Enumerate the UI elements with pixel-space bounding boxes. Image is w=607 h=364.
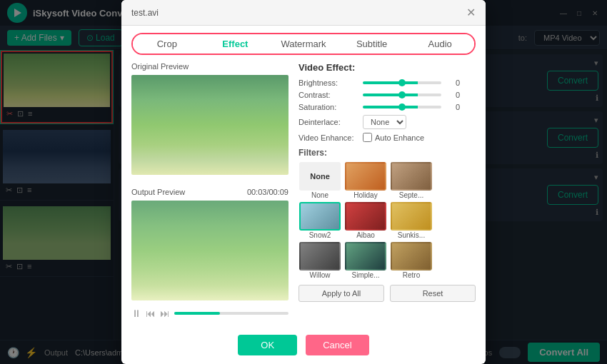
filter-label-aibao: Aibao	[356, 231, 375, 239]
deinterlace-row: Deinterlace: None	[299, 115, 476, 129]
filter-thumb-snow2	[299, 202, 341, 231]
filter-simple[interactable]: Simple...	[344, 242, 387, 279]
enhance-checkbox[interactable]	[363, 133, 372, 142]
play-pause-button[interactable]: ⏸	[131, 308, 141, 319]
filter-label-snow2: Snow2	[309, 231, 331, 239]
original-preview-video	[131, 75, 289, 175]
brightness-slider[interactable]	[363, 81, 441, 84]
filter-septe[interactable]: Septe...	[390, 162, 433, 199]
filter-none[interactable]: None None	[299, 162, 341, 199]
deinterlace-select[interactable]: None	[363, 115, 406, 129]
filter-grid: None None Holiday Septe... Snow2	[299, 162, 476, 279]
dialog-filename: test.avi	[131, 8, 159, 18]
filter-aibao[interactable]: Aibao	[344, 202, 387, 239]
output-video-content	[131, 201, 289, 300]
contrast-label: Contrast:	[299, 91, 363, 99]
filter-willow[interactable]: Willow	[299, 242, 341, 279]
enhance-checkbox-label[interactable]: Auto Enhance	[363, 133, 424, 142]
contrast-value: 0	[446, 91, 460, 99]
dialog-tabs: Crop Effect Watermark Subtitle Audio	[131, 33, 476, 55]
reset-button[interactable]: Reset	[390, 285, 476, 302]
progress-bar-fill	[174, 312, 220, 315]
filter-sunkis[interactable]: Sunkis...	[390, 202, 433, 239]
apply-all-button[interactable]: Apply to All	[299, 285, 384, 302]
tab-audio[interactable]: Audio	[406, 34, 474, 54]
preview-controls: ⏸ ⏮ ⏭	[131, 305, 289, 322]
filter-thumb-aibao	[345, 202, 386, 231]
brightness-value: 0	[446, 79, 460, 87]
output-preview-label: Output Preview	[131, 188, 185, 196]
step-forward-button[interactable]: ⏭	[160, 308, 170, 319]
filter-thumb-simple	[345, 242, 386, 271]
enhance-row: Video Enhance: Auto Enhance	[299, 133, 476, 142]
brightness-row: Brightness: 0	[299, 79, 476, 87]
filter-label-none: None	[311, 191, 328, 199]
filter-thumb-retro	[391, 242, 432, 271]
preview-time: 00:03/00:09	[247, 188, 289, 196]
effect-title: Video Effect:	[299, 62, 476, 73]
filter-actions: Apply to All Reset	[299, 285, 476, 302]
filter-label-sunkis: Sunkis...	[398, 231, 425, 239]
saturation-row: Saturation: 0	[299, 103, 476, 111]
filter-thumb-none: None	[299, 162, 341, 191]
filter-label-willow: Willow	[310, 271, 331, 279]
dialog-titlebar: test.avi ✕	[121, 0, 486, 26]
dialog-overlay: test.avi ✕ Crop Effect Watermark Subtitl…	[0, 0, 607, 364]
filter-snow2[interactable]: Snow2	[299, 202, 341, 239]
ok-button[interactable]: OK	[238, 335, 297, 355]
tab-crop[interactable]: Crop	[133, 34, 201, 54]
saturation-value: 0	[446, 103, 460, 111]
filter-thumb-septe	[391, 162, 432, 191]
filter-holiday[interactable]: Holiday	[344, 162, 387, 199]
saturation-slider[interactable]	[363, 106, 441, 108]
enhance-label: Video Enhance:	[299, 133, 363, 142]
tab-watermark[interactable]: Watermark	[269, 34, 338, 54]
step-back-button[interactable]: ⏮	[146, 308, 156, 319]
dialog-body: Original Preview Output Preview 00:03/00…	[121, 62, 486, 329]
cancel-button[interactable]: Cancel	[306, 335, 368, 355]
saturation-slider-container: 0	[363, 103, 476, 111]
contrast-slider[interactable]	[363, 93, 441, 96]
preview-section: Original Preview Output Preview 00:03/00…	[131, 62, 289, 322]
filter-thumb-willow	[299, 242, 341, 271]
effects-section: Video Effect: Brightness: 0 Contrast: 0	[289, 62, 476, 322]
deinterlace-label: Deinterlace:	[299, 118, 363, 126]
filter-retro[interactable]: Retro	[390, 242, 433, 279]
tab-effect[interactable]: Effect	[201, 34, 270, 54]
effect-dialog: test.avi ✕ Crop Effect Watermark Subtitl…	[121, 0, 486, 364]
filter-label-septe: Septe...	[399, 191, 423, 199]
brightness-label: Brightness:	[299, 79, 363, 87]
original-video-content	[131, 75, 289, 175]
progress-bar[interactable]	[174, 312, 289, 315]
contrast-slider-container: 0	[363, 91, 476, 99]
contrast-row: Contrast: 0	[299, 91, 476, 99]
brightness-slider-container: 0	[363, 79, 476, 87]
filter-thumb-sunkis	[391, 202, 432, 231]
dialog-footer: OK Cancel	[121, 329, 486, 364]
filter-label-holiday: Holiday	[353, 191, 377, 199]
filter-label-retro: Retro	[403, 271, 420, 279]
output-preview-video	[131, 201, 289, 300]
filters-title: Filters:	[299, 148, 476, 158]
original-preview-label: Original Preview	[131, 62, 289, 71]
saturation-label: Saturation:	[299, 103, 363, 111]
tab-subtitle[interactable]: Subtitle	[338, 34, 406, 54]
dialog-close-button[interactable]: ✕	[466, 6, 476, 19]
filter-label-simple: Simple...	[352, 271, 380, 279]
filter-thumb-holiday	[345, 162, 386, 191]
